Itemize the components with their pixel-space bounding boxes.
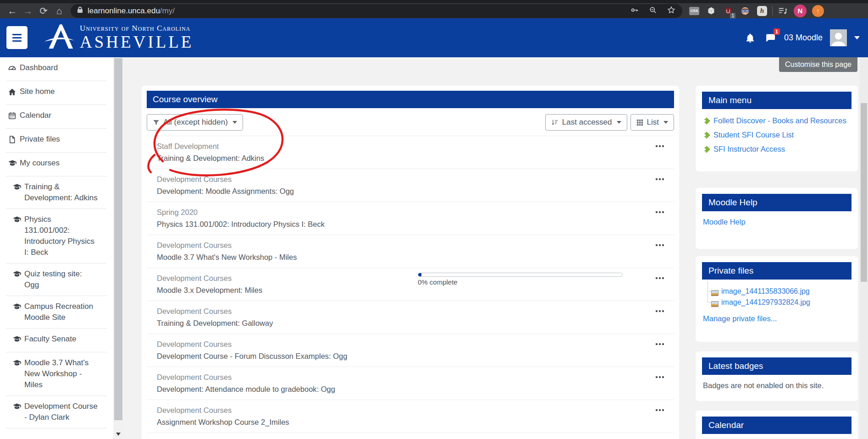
- puzzle-icon: [703, 117, 711, 128]
- course-row: Development Courses Assignment Workshop …: [147, 400, 674, 433]
- course-actions-menu[interactable]: [656, 178, 664, 180]
- address-bar[interactable]: learnonline.unca.edu/my/: [71, 4, 682, 18]
- drawer-scrollbar[interactable]: [113, 57, 123, 439]
- course-category: Development Courses: [157, 373, 647, 382]
- extension-ublock-icon[interactable]: 1: [723, 5, 734, 16]
- refresh-icon[interactable]: ⟳: [36, 4, 51, 18]
- calendar-block: Calendar: [696, 411, 858, 439]
- sidebar-item-physics-131[interactable]: Physics 131.001/002: Introductory Physic…: [6, 209, 107, 263]
- unca-logo-text: University of North Carolina ASHEVILLE: [80, 24, 194, 52]
- sidebar-item-campus-recreation[interactable]: Campus Recreation Moodle Site: [6, 296, 107, 329]
- key-icon[interactable]: [630, 5, 639, 16]
- main-menu-link[interactable]: Follett Discover - Books and Resources: [713, 116, 846, 125]
- notifications-bell-icon[interactable]: [744, 32, 757, 44]
- course-actions-menu[interactable]: [656, 211, 664, 213]
- customise-page-button[interactable]: Customise this page: [779, 57, 857, 72]
- user-menu-caret-icon[interactable]: [854, 36, 860, 39]
- sidebar-item-dashboard[interactable]: Dashboard: [6, 57, 107, 81]
- course-link[interactable]: Development: Attendance module to gradeb…: [157, 385, 647, 394]
- forward-icon[interactable]: →: [20, 4, 36, 18]
- course-actions-menu[interactable]: [656, 343, 664, 345]
- sidebar-item-quiz-testing-site[interactable]: Quiz testing site: Ogg: [6, 263, 107, 296]
- bookmark-star-icon[interactable]: [667, 5, 676, 16]
- course-actions-menu[interactable]: [656, 409, 664, 411]
- course-link[interactable]: Development: Moodle Assignments: Ogg: [157, 187, 647, 196]
- course-list: Staff Development Training & Development…: [147, 136, 674, 433]
- main-menu-link[interactable]: SFI Instructor Access: [713, 145, 785, 153]
- sidebar-item-site-home[interactable]: Site home: [6, 81, 107, 105]
- user-name: 03 Moodle: [784, 33, 823, 43]
- page-scrollbar[interactable]: [860, 57, 868, 439]
- moodle-help-block: Moodle Help Moodle Help: [696, 188, 858, 249]
- graduation-cap-icon: [12, 402, 24, 414]
- puzzle-icon: [703, 131, 711, 142]
- drawer-scrollbar-thumb[interactable]: [114, 58, 122, 420]
- calendar-block-title: Calendar: [702, 417, 851, 434]
- moodle-help-link[interactable]: Moodle Help: [703, 218, 746, 226]
- progress-bar-fill: [418, 273, 421, 276]
- sidebar-item-faculty-senate[interactable]: Faculty Senate: [6, 329, 107, 352]
- back-icon[interactable]: ←: [5, 4, 20, 18]
- latest-badges-block: Latest badges Badges are not enabled on …: [696, 351, 858, 401]
- extension-cube-icon[interactable]: [706, 5, 717, 16]
- sidebar-item-moodle-37-workshop[interactable]: Moodle 3.7 What's New Workshop - Miles: [6, 352, 107, 396]
- sidebar-item-private-files[interactable]: Private files: [6, 129, 107, 153]
- course-actions-menu[interactable]: [656, 277, 664, 279]
- file-icon: [8, 135, 20, 147]
- course-sort-dropdown[interactable]: Last accessed: [545, 114, 627, 131]
- sidebar-item-development-course-dylan-clark[interactable]: Development Course - Dylan Clark: [6, 396, 107, 428]
- extension-h-icon[interactable]: h: [757, 5, 768, 16]
- course-actions-menu[interactable]: [656, 376, 664, 378]
- course-row: Spring 2020 Physics 131.001/002: Introdu…: [147, 202, 674, 235]
- course-link[interactable]: Assignment Workshop Course 2_Imiles: [157, 418, 647, 427]
- course-actions-menu[interactable]: [656, 310, 664, 312]
- private-file-link[interactable]: image_1441297932824.jpg: [721, 298, 810, 306]
- course-link[interactable]: Physics 131.001/002: Introductory Physic…: [157, 220, 647, 229]
- course-category: Spring 2020: [157, 208, 647, 217]
- course-link[interactable]: Development Course - Forum Discusson Exa…: [157, 352, 647, 361]
- file-item: image_1441297932824.jpg: [710, 297, 851, 308]
- graduation-cap-icon: [12, 215, 24, 227]
- course-category: Development Courses: [157, 307, 647, 316]
- sidebar-item-calendar[interactable]: Calendar: [6, 105, 107, 129]
- menu-toggle-button[interactable]: [6, 26, 28, 49]
- course-link[interactable]: Training & Development: Galloway: [157, 319, 647, 328]
- graduation-cap-icon: [12, 359, 24, 371]
- course-display-dropdown[interactable]: List: [630, 114, 674, 131]
- course-category: Development Courses: [157, 241, 647, 250]
- badges-disabled-text: Badges are not enabled on this site.: [703, 381, 824, 390]
- puzzle-icon: [703, 145, 711, 156]
- course-actions-menu[interactable]: [656, 244, 664, 246]
- course-row: Development Courses Training & Developme…: [147, 301, 674, 334]
- browser-profile-avatar[interactable]: N: [794, 5, 807, 17]
- zoom-icon[interactable]: [648, 5, 658, 16]
- home-icon[interactable]: ⌂: [51, 4, 67, 18]
- sidebar-item-my-courses[interactable]: My courses: [6, 153, 107, 176]
- private-files-tree: image_1441135833066.jpg image_1441297932…: [703, 286, 851, 308]
- extension-css-icon[interactable]: CSS: [689, 5, 700, 16]
- browser-update-icon[interactable]: ↑: [812, 5, 824, 17]
- course-link[interactable]: Moodle 3.7 What's New Workshop - Miles: [157, 253, 647, 262]
- lock-icon: [77, 6, 83, 15]
- course-link[interactable]: Training & Development: Adkins: [157, 154, 647, 163]
- private-file-link[interactable]: image_1441135833066.jpg: [721, 287, 810, 295]
- sidebar-item-training-development-adkins[interactable]: Training & Development: Adkins: [6, 176, 107, 209]
- main-menu-link[interactable]: Student SFI Course List: [713, 131, 794, 139]
- unca-logo[interactable]: University of North Carolina ASHEVILLE: [42, 22, 194, 53]
- user-avatar[interactable]: [830, 29, 847, 46]
- course-progress: 0% complete: [418, 273, 623, 286]
- course-link[interactable]: Moodle 3.x Development: Miles: [157, 286, 647, 295]
- course-row: Staff Development Training & Development…: [147, 136, 674, 169]
- progress-label: 0% complete: [418, 278, 623, 286]
- extension-face-glasses-icon[interactable]: [740, 5, 751, 16]
- drawer-scroll-down-icon[interactable]: [113, 429, 123, 439]
- moodle-help-title: Moodle Help: [702, 194, 851, 211]
- page-scrollbar-thumb[interactable]: [861, 103, 867, 282]
- site-header: University of North Carolina ASHEVILLE 1…: [0, 18, 868, 57]
- reading-list-icon[interactable]: [777, 5, 788, 16]
- manage-private-files-link[interactable]: Manage private files...: [703, 314, 777, 323]
- messages-icon[interactable]: 1: [764, 32, 777, 44]
- course-actions-menu[interactable]: [656, 145, 664, 147]
- chevron-down-icon: [617, 121, 621, 124]
- course-filter-dropdown[interactable]: All (except hidden): [147, 114, 243, 131]
